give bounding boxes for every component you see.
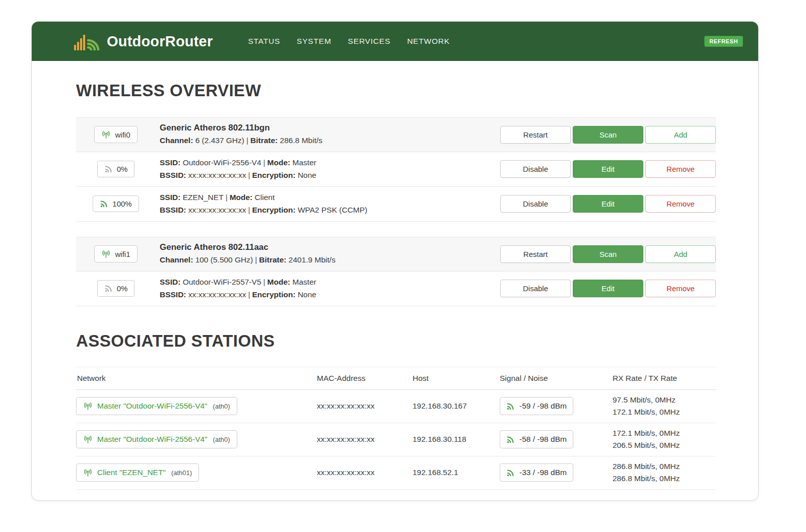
column-header-network: Network (76, 374, 317, 383)
brand-logo: OutdoorRouter (74, 32, 213, 50)
wifi-signal-icon (104, 284, 113, 293)
station-host: 192.168.30.167 (413, 402, 500, 411)
station-network-badge: Master "Outdoor-WiFi-2556-V4" (ath0) (76, 397, 237, 415)
radio-meta: Channel: 100 (5.500 GHz)|Bitrate: 2401.9… (160, 254, 498, 267)
station-host: 192.168.30.118 (413, 435, 500, 444)
station-rates: 172.1 Mbit/s, 0MHz 206.5 Mbit/s, 0MHz (613, 427, 716, 452)
brand-name: OutdoorRouter (107, 33, 213, 50)
station-tx-rate: 172.1 Mbit/s, 0MHz (613, 406, 716, 419)
disable-button[interactable]: Disable (500, 160, 571, 178)
signal-bars-icon (74, 32, 101, 50)
radio-section-wifi1: wifi1 Generic Atheros 802.11aac Channel:… (76, 237, 716, 306)
signal-strength-badge: 0% (97, 280, 135, 297)
signal-strength-badge: 100% (93, 195, 139, 212)
station-signal-value: -58 / -98 dBm (519, 435, 567, 444)
nav-item-system[interactable]: SYSTEM (297, 37, 331, 46)
main-nav: STATUS SYSTEM SERVICES NETWORK (248, 37, 450, 46)
stations-table-header: Network MAC-Address Host Signal / Noise … (76, 367, 716, 390)
disable-button[interactable]: Disable (500, 280, 571, 297)
station-network-name: Client "EZEN_NET" (97, 468, 166, 477)
signal-strength-badge: 0% (97, 161, 135, 177)
station-mac: xx:xx:xx:xx:xx:xx (317, 468, 413, 477)
station-tx-rate: 206.5 Mbit/s, 0MHz (613, 439, 716, 452)
wifi-signal-icon (104, 165, 113, 173)
station-host: 192.168.52.1 (413, 468, 500, 477)
network-ssid-line: SSID: Outdoor-WiFi-2556-V4|Mode: Master (160, 157, 498, 169)
column-header-signal: Signal / Noise (500, 374, 613, 383)
antenna-icon (83, 402, 93, 411)
station-signal-value: -33 / -98 dBm (519, 468, 567, 477)
station-row: Client "EZEN_NET" (ath01) xx:xx:xx:xx:xx… (76, 456, 716, 490)
station-row: Master "Outdoor-WiFi-2556-V4" (ath0) xx:… (76, 423, 716, 456)
network-row: 100% SSID: EZEN_NET|Mode: Client BSSID: … (76, 187, 716, 222)
network-row: 0% SSID: Outdoor-WiFi-2557-V5|Mode: Mast… (76, 272, 716, 306)
top-navbar: OutdoorRouter STATUS SYSTEM SERVICES NET… (32, 22, 758, 61)
station-interface: (ath01) (171, 469, 192, 477)
network-ssid-line: SSID: EZEN_NET|Mode: Client (160, 191, 498, 204)
remove-button[interactable]: Remove (645, 195, 716, 213)
column-header-host: Host (413, 374, 500, 383)
radio-section-wifi0: wifi0 Generic Atheros 802.11bgn Channel:… (76, 117, 716, 222)
radio-row: wifi1 Generic Atheros 802.11aac Channel:… (76, 237, 716, 272)
restart-button[interactable]: Restart (500, 245, 571, 263)
nav-item-network[interactable]: NETWORK (407, 37, 450, 46)
station-signal-badge: -58 / -98 dBm (500, 430, 573, 448)
station-row: Master "Outdoor-WiFi-2556-V4" (ath0) xx:… (76, 390, 716, 423)
network-bssid-line: BSSID: xx:xx:xx:xx:xx:xx|Encryption: Non… (160, 169, 498, 182)
station-network-badge: Client "EZEN_NET" (ath01) (76, 463, 199, 482)
station-network-name: Master "Outdoor-WiFi-2556-V4" (97, 402, 208, 411)
radio-badge-label: wifi0 (115, 130, 130, 139)
remove-button[interactable]: Remove (645, 280, 716, 297)
edit-button[interactable]: Edit (573, 195, 643, 213)
radio-badge-label: wifi1 (115, 250, 130, 258)
wifi-signal-icon (100, 200, 108, 208)
nav-item-status[interactable]: STATUS (248, 37, 280, 46)
column-header-rates: RX Rate / TX Rate (613, 374, 716, 383)
signal-strength-label: 0% (117, 165, 128, 173)
station-rx-rate: 97.5 Mbit/s, 0MHz (613, 394, 716, 407)
restart-button[interactable]: Restart (500, 126, 571, 144)
remove-button[interactable]: Remove (645, 160, 716, 178)
add-button[interactable]: Add (645, 126, 716, 144)
station-interface: (ath0) (213, 403, 230, 410)
station-mac: xx:xx:xx:xx:xx:xx (317, 402, 413, 411)
edit-button[interactable]: Edit (573, 160, 643, 178)
disable-button[interactable]: Disable (500, 195, 571, 213)
station-rates: 97.5 Mbit/s, 0MHz 172.1 Mbit/s, 0MHz (613, 394, 716, 419)
signal-strength-label: 100% (112, 200, 131, 208)
station-network-badge: Master "Outdoor-WiFi-2556-V4" (ath0) (76, 430, 237, 448)
radio-badge: wifi0 (94, 126, 137, 143)
column-header-mac: MAC-Address (317, 374, 413, 383)
network-bssid-line: BSSID: xx:xx:xx:xx:xx:xx|Encryption: Non… (160, 289, 498, 301)
antenna-icon (83, 468, 93, 477)
station-signal-value: -59 / -98 dBm (519, 402, 567, 411)
wifi-signal-icon (506, 402, 515, 411)
station-rates: 286.8 Mbit/s, 0MHz 286.8 Mbit/s, 0MHz (613, 460, 716, 486)
wifi-signal-icon (506, 469, 515, 477)
station-network-name: Master "Outdoor-WiFi-2556-V4" (97, 435, 208, 444)
main-content: WIRELESS OVERVIEW (32, 61, 758, 490)
router-admin-card: OutdoorRouter STATUS SYSTEM SERVICES NET… (31, 21, 759, 501)
station-rx-rate: 172.1 Mbit/s, 0MHz (613, 427, 716, 440)
scan-button[interactable]: Scan (573, 245, 643, 263)
network-row: 0% SSID: Outdoor-WiFi-2556-V4|Mode: Mast… (76, 152, 716, 187)
refresh-button[interactable]: REFRESH (704, 36, 743, 47)
radio-name: Generic Atheros 802.11bgn (160, 123, 498, 133)
edit-button[interactable]: Edit (573, 280, 643, 297)
station-interface: (ath0) (213, 436, 230, 443)
associated-stations-title: ASSOCIATED STATIONS (76, 331, 716, 351)
station-signal-badge: -33 / -98 dBm (500, 463, 573, 482)
radio-meta: Channel: 6 (2.437 GHz)|Bitrate: 286.8 Mb… (160, 135, 498, 147)
radio-name: Generic Atheros 802.11aac (160, 242, 498, 252)
add-button[interactable]: Add (645, 245, 716, 263)
radio-badge: wifi1 (94, 245, 137, 262)
scan-button[interactable]: Scan (573, 126, 643, 144)
network-ssid-line: SSID: Outdoor-WiFi-2557-V5|Mode: Master (160, 276, 498, 289)
nav-item-services[interactable]: SERVICES (348, 37, 391, 46)
stations-table: Network MAC-Address Host Signal / Noise … (76, 367, 716, 490)
antenna-icon (101, 249, 111, 258)
station-signal-badge: -59 / -98 dBm (500, 397, 573, 415)
network-bssid-line: BSSID: xx:xx:xx:xx:xx:xx|Encryption: WPA… (160, 204, 498, 217)
wifi-signal-icon (506, 435, 515, 444)
antenna-icon (83, 435, 93, 444)
